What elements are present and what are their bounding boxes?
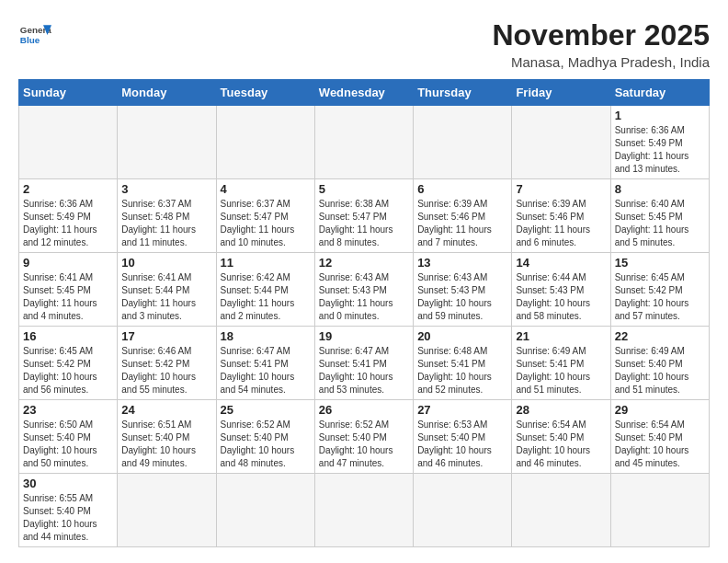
day-number: 25 <box>221 403 311 417</box>
title-area: November 2025 Manasa, Madhya Pradesh, In… <box>492 18 710 70</box>
day-info: Sunrise: 6:45 AM Sunset: 5:42 PM Dayligh… <box>615 271 705 323</box>
day-info: Sunrise: 6:50 AM Sunset: 5:40 PM Dayligh… <box>23 419 113 470</box>
calendar-cell: 22Sunrise: 6:49 AM Sunset: 5:40 PM Dayli… <box>610 327 709 400</box>
calendar-cell: 7Sunrise: 6:39 AM Sunset: 5:46 PM Daylig… <box>512 179 610 253</box>
day-info: Sunrise: 6:43 AM Sunset: 5:43 PM Dayligh… <box>417 271 507 323</box>
day-number: 24 <box>121 403 211 417</box>
calendar-cell: 18Sunrise: 6:47 AM Sunset: 5:41 PM Dayli… <box>216 327 314 400</box>
day-number: 28 <box>516 403 606 417</box>
day-number: 26 <box>319 403 409 417</box>
day-number: 22 <box>615 329 705 343</box>
month-title: November 2025 <box>492 18 710 52</box>
calendar-cell: 8Sunrise: 6:40 AM Sunset: 5:45 PM Daylig… <box>610 179 709 253</box>
calendar-cell <box>19 106 118 179</box>
calendar-cell: 16Sunrise: 6:45 AM Sunset: 5:42 PM Dayli… <box>19 327 118 400</box>
calendar-cell: 19Sunrise: 6:47 AM Sunset: 5:41 PM Dayli… <box>314 327 413 400</box>
calendar-cell: 28Sunrise: 6:54 AM Sunset: 5:40 PM Dayli… <box>512 400 610 474</box>
calendar-cell: 5Sunrise: 6:38 AM Sunset: 5:47 PM Daylig… <box>314 179 413 253</box>
calendar-cell <box>610 474 709 547</box>
calendar-cell: 9Sunrise: 6:41 AM Sunset: 5:45 PM Daylig… <box>19 253 118 327</box>
day-info: Sunrise: 6:44 AM Sunset: 5:43 PM Dayligh… <box>516 271 606 323</box>
day-info: Sunrise: 6:54 AM Sunset: 5:40 PM Dayligh… <box>615 419 705 470</box>
day-number: 2 <box>23 182 113 196</box>
calendar-cell <box>118 106 216 179</box>
calendar-cell: 24Sunrise: 6:51 AM Sunset: 5:40 PM Dayli… <box>118 400 216 474</box>
location-title: Manasa, Madhya Pradesh, India <box>492 54 710 70</box>
day-number: 15 <box>615 256 705 270</box>
day-info: Sunrise: 6:38 AM Sunset: 5:47 PM Dayligh… <box>319 198 409 249</box>
day-info: Sunrise: 6:41 AM Sunset: 5:44 PM Dayligh… <box>121 271 211 323</box>
calendar-cell: 15Sunrise: 6:45 AM Sunset: 5:42 PM Dayli… <box>610 253 709 327</box>
day-number: 29 <box>615 403 705 417</box>
calendar-cell: 20Sunrise: 6:48 AM Sunset: 5:41 PM Dayli… <box>414 327 512 400</box>
logo: General Blue <box>18 18 51 52</box>
day-number: 10 <box>121 256 211 270</box>
calendar-cell: 25Sunrise: 6:52 AM Sunset: 5:40 PM Dayli… <box>216 400 314 474</box>
day-info: Sunrise: 6:51 AM Sunset: 5:40 PM Dayligh… <box>121 419 211 470</box>
weekday-header-monday: Monday <box>118 80 216 106</box>
week-row-2: 2Sunrise: 6:36 AM Sunset: 5:49 PM Daylig… <box>19 179 710 253</box>
week-row-4: 16Sunrise: 6:45 AM Sunset: 5:42 PM Dayli… <box>19 327 710 400</box>
calendar-cell: 1Sunrise: 6:36 AM Sunset: 5:49 PM Daylig… <box>610 106 709 179</box>
calendar-cell <box>314 474 413 547</box>
day-info: Sunrise: 6:42 AM Sunset: 5:44 PM Dayligh… <box>221 271 311 323</box>
day-number: 21 <box>516 329 606 343</box>
day-info: Sunrise: 6:36 AM Sunset: 5:49 PM Dayligh… <box>615 124 705 176</box>
calendar-cell: 21Sunrise: 6:49 AM Sunset: 5:41 PM Dayli… <box>512 327 610 400</box>
day-info: Sunrise: 6:40 AM Sunset: 5:45 PM Dayligh… <box>615 198 705 249</box>
day-number: 3 <box>121 182 211 196</box>
weekday-header-friday: Friday <box>512 80 610 106</box>
day-number: 7 <box>516 182 606 196</box>
day-info: Sunrise: 6:39 AM Sunset: 5:46 PM Dayligh… <box>417 198 507 249</box>
day-info: Sunrise: 6:47 AM Sunset: 5:41 PM Dayligh… <box>319 345 409 396</box>
day-number: 4 <box>221 182 311 196</box>
calendar-cell: 17Sunrise: 6:46 AM Sunset: 5:42 PM Dayli… <box>118 327 216 400</box>
day-info: Sunrise: 6:46 AM Sunset: 5:42 PM Dayligh… <box>121 345 211 396</box>
day-info: Sunrise: 6:37 AM Sunset: 5:47 PM Dayligh… <box>221 198 311 249</box>
calendar-cell: 3Sunrise: 6:37 AM Sunset: 5:48 PM Daylig… <box>118 179 216 253</box>
day-number: 19 <box>319 329 409 343</box>
day-info: Sunrise: 6:39 AM Sunset: 5:46 PM Dayligh… <box>516 198 606 249</box>
week-row-1: 1Sunrise: 6:36 AM Sunset: 5:49 PM Daylig… <box>19 106 710 179</box>
day-info: Sunrise: 6:49 AM Sunset: 5:40 PM Dayligh… <box>615 345 705 396</box>
weekday-header-thursday: Thursday <box>414 80 512 106</box>
day-number: 13 <box>417 256 507 270</box>
calendar-cell <box>414 106 512 179</box>
calendar-cell <box>314 106 413 179</box>
calendar-cell <box>414 474 512 547</box>
calendar-cell <box>512 106 610 179</box>
calendar-cell: 13Sunrise: 6:43 AM Sunset: 5:43 PM Dayli… <box>414 253 512 327</box>
calendar-cell: 26Sunrise: 6:52 AM Sunset: 5:40 PM Dayli… <box>314 400 413 474</box>
day-number: 17 <box>121 329 211 343</box>
day-info: Sunrise: 6:52 AM Sunset: 5:40 PM Dayligh… <box>221 419 311 470</box>
calendar-cell: 2Sunrise: 6:36 AM Sunset: 5:49 PM Daylig… <box>19 179 118 253</box>
day-number: 5 <box>319 182 409 196</box>
day-number: 16 <box>23 329 113 343</box>
day-info: Sunrise: 6:48 AM Sunset: 5:41 PM Dayligh… <box>417 345 507 396</box>
day-info: Sunrise: 6:37 AM Sunset: 5:48 PM Dayligh… <box>121 198 211 249</box>
calendar-cell: 6Sunrise: 6:39 AM Sunset: 5:46 PM Daylig… <box>414 179 512 253</box>
week-row-3: 9Sunrise: 6:41 AM Sunset: 5:45 PM Daylig… <box>19 253 710 327</box>
day-number: 12 <box>319 256 409 270</box>
day-info: Sunrise: 6:41 AM Sunset: 5:45 PM Dayligh… <box>23 271 113 323</box>
day-number: 27 <box>417 403 507 417</box>
calendar-cell: 12Sunrise: 6:43 AM Sunset: 5:43 PM Dayli… <box>314 253 413 327</box>
week-row-6: 30Sunrise: 6:55 AM Sunset: 5:40 PM Dayli… <box>19 474 710 547</box>
weekday-header-sunday: Sunday <box>19 80 118 106</box>
calendar-cell <box>216 106 314 179</box>
weekday-header-saturday: Saturday <box>610 80 709 106</box>
svg-text:Blue: Blue <box>20 35 40 45</box>
calendar-cell <box>216 474 314 547</box>
day-info: Sunrise: 6:36 AM Sunset: 5:49 PM Dayligh… <box>23 198 113 249</box>
day-number: 11 <box>221 256 311 270</box>
day-info: Sunrise: 6:45 AM Sunset: 5:42 PM Dayligh… <box>23 345 113 396</box>
calendar-cell: 29Sunrise: 6:54 AM Sunset: 5:40 PM Dayli… <box>610 400 709 474</box>
day-number: 8 <box>615 182 705 196</box>
page-header: General Blue November 2025 Manasa, Madhy… <box>18 18 710 70</box>
calendar-cell: 23Sunrise: 6:50 AM Sunset: 5:40 PM Dayli… <box>19 400 118 474</box>
weekday-header-tuesday: Tuesday <box>216 80 314 106</box>
day-number: 18 <box>221 329 311 343</box>
weekday-header-row: SundayMondayTuesdayWednesdayThursdayFrid… <box>19 80 710 106</box>
calendar-cell: 4Sunrise: 6:37 AM Sunset: 5:47 PM Daylig… <box>216 179 314 253</box>
day-info: Sunrise: 6:52 AM Sunset: 5:40 PM Dayligh… <box>319 419 409 470</box>
